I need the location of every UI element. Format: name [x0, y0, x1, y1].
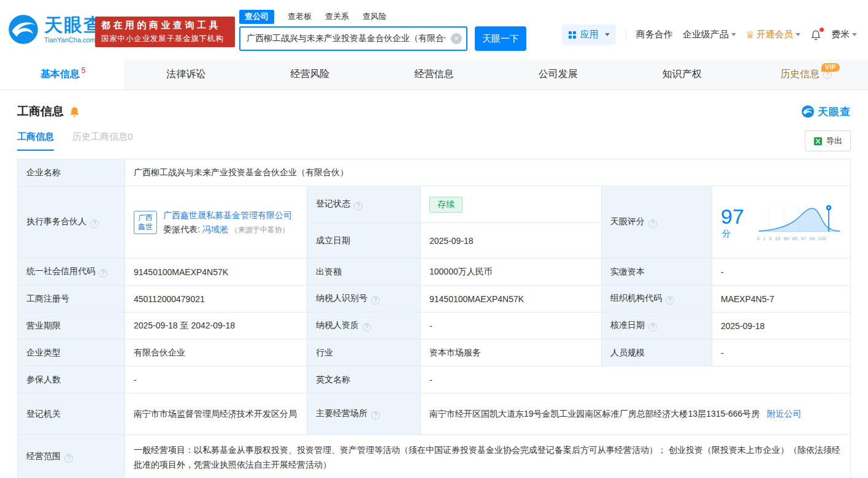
table-row: 登记机关 南宁市市场监督管理局经济技术开发区分局 主要经营场所? 南宁市经开区国…: [18, 393, 851, 435]
org-code-value: MAEXP4N5-7: [721, 294, 774, 304]
score-number-wrap: 97分: [721, 205, 751, 240]
notification-bell[interactable]: [810, 29, 821, 40]
taxpayer-id-label-cell: 纳税人识别号?: [307, 286, 421, 313]
tab-basic-info[interactable]: 基本信息 5: [0, 59, 124, 89]
score-value: 97: [721, 205, 744, 228]
help-icon[interactable]: ?: [99, 269, 107, 278]
grid-icon: [568, 31, 577, 39]
help-icon[interactable]: ?: [371, 411, 380, 420]
tab-company-development-label: 公司发展: [539, 68, 578, 81]
tab-operating-risk[interactable]: 经营风险: [248, 59, 372, 89]
nav-user[interactable]: 费米: [831, 29, 857, 40]
enterprise-products-label: 企业级产品: [683, 29, 729, 40]
nearby-companies-link[interactable]: 附近公司: [767, 409, 801, 419]
help-icon[interactable]: ?: [354, 202, 363, 210]
clear-icon[interactable]: ×: [451, 33, 462, 44]
search-button[interactable]: 天眼一下: [475, 26, 526, 51]
help-icon[interactable]: ?: [666, 296, 674, 305]
help-icon[interactable]: ?: [648, 323, 657, 332]
tab-history-info[interactable]: VIP 历史信息 ?: [744, 59, 868, 89]
english-name-label: 英文名称: [316, 374, 350, 384]
paid-capital-value-cell: -: [712, 259, 851, 286]
nav-open-vip[interactable]: ♕ 开通会员: [746, 29, 801, 40]
staff-size-label-cell: 人员规模: [602, 340, 712, 366]
help-icon[interactable]: ?: [363, 323, 371, 332]
business-term-label-cell: 营业期限: [18, 313, 125, 340]
insured-count-label: 参保人数: [26, 374, 61, 384]
insured-count-label-cell: 参保人数: [18, 366, 125, 393]
org-code-label-cell: 组织机构代码?: [602, 286, 712, 313]
subtab-history-business-info[interactable]: 历史工商信息0: [72, 131, 133, 151]
capital-value: 100000万人民币: [429, 267, 493, 276]
english-name-label-cell: 英文名称: [307, 366, 421, 393]
industry-value-cell: 资本市场服务: [421, 340, 602, 366]
table-row: 企业类型 有限合伙企业 行业 资本市场服务 人员规模 -: [18, 340, 851, 366]
taxpayer-quality-value: -: [429, 321, 432, 331]
search-tab-boss[interactable]: 查老板: [288, 11, 312, 22]
approval-date-value-cell: 2025-09-18: [712, 313, 851, 340]
insured-count-value-cell: -: [125, 366, 307, 393]
subtab-business-info[interactable]: 工商信息: [17, 131, 54, 151]
apps-label: 应用: [580, 29, 599, 40]
credit-code-label-cell: 统一社会信用代码?: [18, 259, 125, 286]
taxpayer-quality-label: 纳税人资质: [316, 320, 359, 330]
main-tab-bar: 基本信息 5 法律诉讼 经营风险 经营信息 公司发展 知识产权 VIP 历史信息…: [0, 59, 868, 90]
search-tab-risk[interactable]: 查风险: [363, 11, 386, 22]
business-info-section: 工商信息 天眼查 工商信息 历史工商信息0 导出: [0, 104, 868, 478]
taxpayer-id-label: 纳税人识别号: [316, 293, 367, 303]
tab-basic-info-label: 基本信息: [40, 68, 80, 81]
help-icon[interactable]: ?: [90, 219, 99, 228]
staff-size-label: 人员规模: [610, 347, 645, 357]
nav-cooperation[interactable]: 商务合作: [636, 29, 673, 40]
search-area: 查公司 查老板 查关系 查风险 × 天眼一下: [239, 10, 526, 51]
business-address-label: 主要经营场所: [316, 408, 367, 418]
nav-enterprise-products[interactable]: 企业级产品: [683, 29, 736, 40]
section-brand-name: 天眼查: [818, 105, 851, 119]
tianyancha-logo-icon: [7, 13, 39, 45]
export-button[interactable]: 导出: [805, 131, 851, 151]
username: 费米: [831, 29, 850, 40]
score-axis-labels: 0 1 3 15 50 85 97 99 100: [757, 236, 842, 241]
staff-size-value: -: [721, 348, 724, 358]
table-row: 执行事务合伙人? 广西鑫世 广西鑫世晟私募基金管理有限公司 委派代表: 冯域淞 …: [18, 186, 851, 223]
apps-menu[interactable]: 应用: [562, 25, 616, 45]
tab-company-development[interactable]: 公司发展: [496, 59, 620, 89]
company-type-label: 企业类型: [26, 347, 61, 357]
search-row: × 天眼一下: [239, 26, 526, 51]
tab-legal[interactable]: 法律诉讼: [124, 59, 248, 89]
help-icon[interactable]: ?: [371, 296, 380, 305]
section-header: 工商信息 天眼查: [17, 104, 851, 120]
search-tabs: 查公司 查老板 查关系 查风险: [239, 10, 526, 23]
table-row: 统一社会信用代码? 91450100MAEXP4N57K 出资额 100000万…: [18, 259, 851, 286]
header: 天眼查 TianYanCha.com 都在用的商业查询工具 国家中小企业发展子基…: [0, 0, 868, 59]
search-input[interactable]: [239, 26, 467, 51]
business-term-label: 营业期限: [26, 321, 61, 330]
search-tab-relation[interactable]: 查关系: [325, 11, 349, 22]
capital-label-cell: 出资额: [307, 259, 421, 286]
help-icon[interactable]: ?: [648, 219, 657, 228]
brand-name: 天眼查: [44, 15, 103, 35]
reg-status-label-cell: 登记状态?: [307, 186, 421, 223]
reg-status-label: 登记状态: [316, 199, 350, 208]
company-type-label-cell: 企业类型: [18, 340, 125, 366]
business-term-value: 2025-09-18 至 2042-09-18: [134, 321, 235, 330]
notification-dot: [820, 28, 824, 32]
brand-logo[interactable]: 天眼查 TianYanCha.com: [7, 13, 103, 45]
score-unit: 分: [722, 229, 731, 238]
partner-company-link[interactable]: 广西鑫世晟私募基金管理有限公司: [163, 210, 292, 220]
capital-value-cell: 100000万人民币: [421, 259, 602, 286]
search-tab-company[interactable]: 查公司: [239, 10, 274, 24]
score-chart: 0 1 3 15 50 85 97 99 100: [757, 203, 842, 241]
subscribe-bell-icon[interactable]: [69, 106, 80, 118]
tab-operating-info[interactable]: 经营信息: [372, 59, 496, 89]
score-label: 天眼评分: [610, 216, 645, 226]
partner-logo[interactable]: 广西鑫世: [134, 211, 157, 234]
business-term-value-cell: 2025-09-18 至 2042-09-18: [125, 313, 307, 340]
export-label: 导出: [826, 135, 842, 146]
tab-intellectual-property[interactable]: 知识产权: [620, 59, 744, 89]
credit-code-value: 91450100MAEXP4N57K: [134, 267, 228, 277]
help-icon[interactable]: ?: [64, 454, 73, 463]
rep-name-link[interactable]: 冯域淞: [202, 224, 228, 234]
reg-number-label-cell: 工商注册号: [18, 286, 125, 313]
nav-divider: [626, 29, 626, 40]
